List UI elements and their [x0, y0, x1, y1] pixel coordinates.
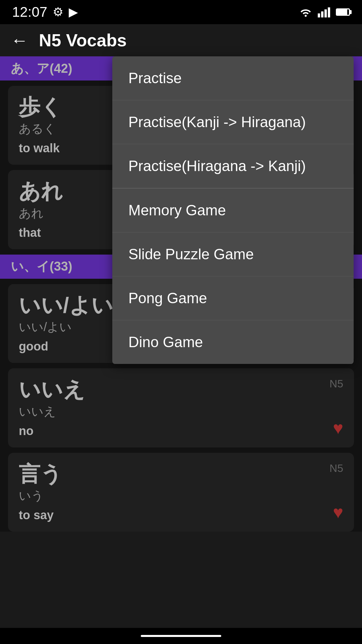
svg-rect-0 — [318, 13, 320, 17]
page-title: N5 Vocabs — [39, 30, 127, 50]
settings-icon: ⚙ — [53, 5, 63, 19]
status-left: 12:07 ⚙ ▶ — [12, 4, 78, 20]
back-button[interactable]: ← — [8, 28, 31, 53]
svg-rect-1 — [321, 11, 323, 17]
dropdown-item-practise[interactable]: Practise — [112, 56, 354, 100]
dropdown-item-practise-kanji-hiragana[interactable]: Practise(Kanji -> Hiragana) — [112, 100, 354, 144]
status-bar: 12:07 ⚙ ▶ — [0, 0, 362, 24]
content-area: あ、ア(42) 歩く あるく to walk あれ あれ that い、イ(33… — [0, 56, 362, 532]
play-protect-icon: ▶ — [69, 5, 78, 19]
battery-icon — [336, 8, 350, 16]
bottom-nav-bar — [0, 628, 362, 644]
status-time: 12:07 — [12, 4, 47, 20]
signal-icon — [318, 7, 330, 17]
svg-rect-2 — [324, 9, 327, 17]
wifi-icon — [299, 7, 312, 17]
header: ← N5 Vocabs — [0, 24, 362, 56]
dropdown-item-memory-game[interactable]: Memory Game — [112, 189, 354, 232]
dropdown-item-dino-game[interactable]: Dino Game — [112, 320, 354, 364]
svg-rect-3 — [328, 7, 330, 17]
dropdown-item-pong-game[interactable]: Pong Game — [112, 276, 354, 320]
dropdown-item-practise-hiragana-kanji[interactable]: Practise(Hiragana -> Kanji) — [112, 144, 354, 188]
status-right — [299, 7, 350, 17]
home-indicator — [141, 635, 221, 637]
dropdown-menu: Practise Practise(Kanji -> Hiragana) Pra… — [112, 56, 354, 364]
dropdown-item-slide-puzzle[interactable]: Slide Puzzle Game — [112, 232, 354, 276]
